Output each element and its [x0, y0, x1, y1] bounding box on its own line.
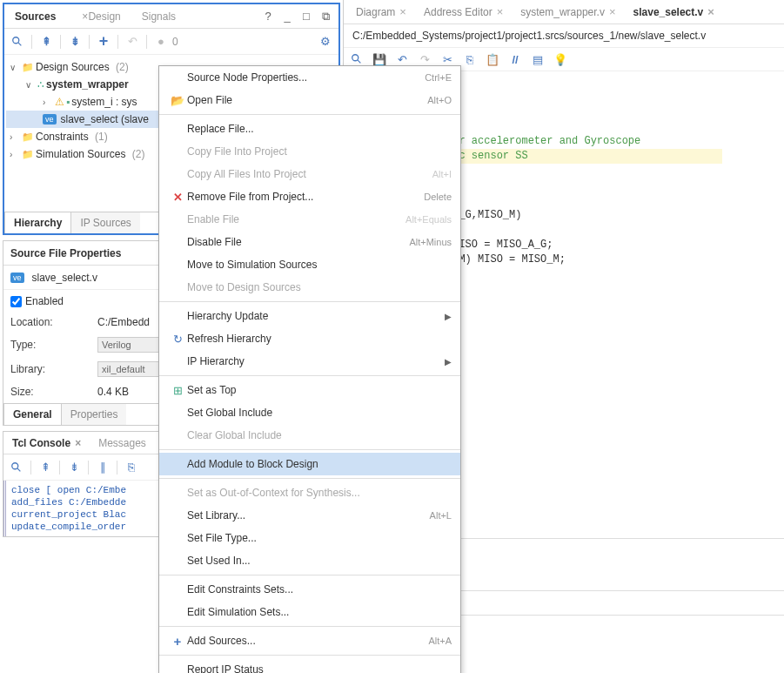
copy-icon[interactable]: ⎘: [462, 51, 478, 67]
expand-icon[interactable]: ⇟: [67, 34, 83, 50]
status-dot-icon: ●: [153, 34, 169, 50]
gear-icon[interactable]: ⚙: [318, 34, 333, 50]
enabled-checkbox[interactable]: [10, 296, 22, 307]
menu-separator: [159, 375, 460, 376]
restore-icon[interactable]: ⧉: [318, 9, 333, 24]
tab-signals[interactable]: Signals: [131, 6, 186, 27]
submenu-arrow-icon: ▶: [445, 312, 452, 321]
menu-label: Add Sources...: [187, 635, 428, 647]
menu-item-clear-global-include: Clear Global Include: [159, 424, 460, 447]
maximize-icon[interactable]: □: [298, 9, 314, 24]
submenu-arrow-icon: ▶: [445, 357, 452, 367]
menu-label: Copy All Files Into Project: [187, 168, 432, 180]
tab-general[interactable]: General: [3, 403, 62, 425]
menu-label: Hierarchy Update: [187, 310, 445, 322]
menu-label: Set as Out-of-Context for Synthesis...: [187, 487, 452, 499]
menu-label: Source Node Properties...: [187, 71, 425, 84]
tab-sources[interactable]: Sources: [4, 6, 66, 27]
tab-ip-sources[interactable]: IP Sources: [71, 212, 139, 233]
menu-item-edit-constraints-sets[interactable]: Edit Constraints Sets...: [159, 578, 460, 601]
menu-separator: [159, 626, 460, 627]
remove-icon: ✕: [168, 191, 187, 204]
svg-point-0: [13, 37, 19, 43]
menu-item-add-module-to-block-design[interactable]: Add Module to Block Design: [159, 453, 460, 475]
minimize-icon[interactable]: _: [279, 9, 295, 24]
editor-file-path: C:/Embedded_Systems/project1/project1.sr…: [344, 24, 784, 47]
menu-label: Replace File...: [187, 123, 452, 135]
menu-item-edit-simulation-sets[interactable]: Edit Simulation Sets...: [159, 601, 460, 623]
tab-address-editor[interactable]: Address Editor×: [415, 1, 512, 23]
menu-item-replace-file[interactable]: Replace File...: [159, 118, 460, 140]
tab-slave-select[interactable]: slave_select.v×: [625, 1, 723, 23]
tab-messages[interactable]: Messages: [90, 433, 155, 454]
menu-label: Open File: [187, 94, 427, 106]
menu-item-ip-hierarchy[interactable]: IP Hierarchy▶: [159, 350, 460, 373]
menu-shortcut: Alt+L: [430, 510, 452, 521]
tcl-expand-icon[interactable]: ⇟: [66, 460, 82, 475]
menu-item-move-to-simulation-sources[interactable]: Move to Simulation Sources: [159, 253, 460, 276]
settop-icon: ⊞: [168, 384, 187, 397]
tcl-search-icon[interactable]: [9, 460, 24, 475]
menu-item-move-to-design-sources: Move to Design Sources: [159, 276, 460, 299]
menu-item-source-node-properties[interactable]: Source Node Properties...Ctrl+E: [159, 66, 460, 89]
menu-item-set-used-in[interactable]: Set Used In...: [159, 549, 460, 572]
menu-label: Enable File: [187, 213, 405, 225]
menu-item-refresh-hierarchy[interactable]: ↻Refresh Hierarchy: [159, 327, 460, 350]
columns-icon[interactable]: ▤: [530, 51, 546, 67]
menu-label: Edit Constraints Sets...: [187, 583, 452, 596]
menu-item-report-ip-status[interactable]: Report IP Status: [159, 658, 460, 673]
paste-icon[interactable]: 📋: [485, 51, 500, 67]
menu-item-set-file-type[interactable]: Set File Type...: [159, 527, 460, 549]
properties-file-name: slave_select.v: [32, 272, 97, 284]
editor-tabs: Diagram× Address Editor× system_wrapper.…: [344, 0, 784, 24]
tab-design[interactable]: ×Design: [66, 6, 131, 27]
menu-label: IP Hierarchy: [187, 355, 445, 367]
context-menu: Source Node Properties...Ctrl+E📂Open Fil…: [158, 65, 461, 673]
tab-tcl-console[interactable]: Tcl Console×: [3, 433, 90, 454]
comment-icon[interactable]: //: [507, 51, 523, 67]
menu-label: Move to Simulation Sources: [187, 259, 452, 271]
status-count: 0: [172, 36, 178, 48]
svg-point-2: [12, 462, 18, 468]
sources-tabs-header: Sources ×Design Signals ? _ □ ⧉: [4, 4, 338, 29]
tab-hierarchy[interactable]: Hierarchy: [4, 212, 71, 233]
menu-item-set-as-top[interactable]: ⊞Set as Top: [159, 379, 460, 401]
lightbulb-icon[interactable]: 💡: [553, 51, 568, 67]
open-icon: 📂: [168, 94, 187, 107]
tcl-copy-icon[interactable]: ⎘: [124, 460, 139, 475]
menu-item-open-file[interactable]: 📂Open FileAlt+O: [159, 89, 460, 111]
tab-diagram[interactable]: Diagram×: [347, 1, 415, 23]
tcl-pause-icon[interactable]: ∥: [95, 460, 111, 475]
ve-badge-icon: ve: [10, 273, 24, 283]
menu-label: Set File Type...: [187, 532, 452, 544]
menu-shortcut: Ctrl+E: [425, 72, 452, 83]
menu-item-set-as-out-of-context-for-synthesis: Set as Out-of-Context for Synthesis...: [159, 481, 460, 504]
menu-item-set-library[interactable]: Set Library...Alt+L: [159, 504, 460, 527]
menu-label: Remove File from Project...: [187, 191, 424, 203]
help-icon[interactable]: ?: [260, 9, 276, 24]
add-icon[interactable]: +: [96, 34, 111, 50]
menu-label: Set Library...: [187, 509, 430, 522]
tab-system-wrapper[interactable]: system_wrapper.v×: [512, 1, 624, 23]
menu-item-hierarchy-update[interactable]: Hierarchy Update▶: [159, 305, 460, 327]
menu-item-set-global-include[interactable]: Set Global Include: [159, 401, 460, 424]
collapse-icon[interactable]: ⇞: [38, 34, 54, 50]
menu-item-add-sources[interactable]: +Add Sources...Alt+A: [159, 629, 460, 652]
add-icon: +: [168, 634, 187, 649]
menu-label: Report IP Status: [187, 663, 452, 673]
menu-separator: [159, 114, 460, 115]
tcl-collapse-icon[interactable]: ⇞: [37, 460, 53, 475]
tab-properties[interactable]: Properties: [62, 403, 127, 425]
menu-separator: [159, 301, 460, 302]
svg-line-5: [358, 60, 361, 64]
menu-shortcut: Alt+I: [432, 169, 452, 179]
menu-label: Set as Top: [187, 384, 452, 396]
menu-shortcut: Alt+Minus: [409, 237, 452, 247]
menu-label: Copy File Into Project: [187, 145, 452, 158]
menu-item-disable-file[interactable]: Disable FileAlt+Minus: [159, 231, 460, 253]
location-label: Location:: [10, 316, 97, 328]
menu-separator: [159, 478, 460, 479]
undo-icon[interactable]: ↶: [124, 34, 140, 50]
search-icon[interactable]: [10, 34, 25, 50]
menu-item-remove-file-from-project[interactable]: ✕Remove File from Project...Delete: [159, 185, 460, 208]
